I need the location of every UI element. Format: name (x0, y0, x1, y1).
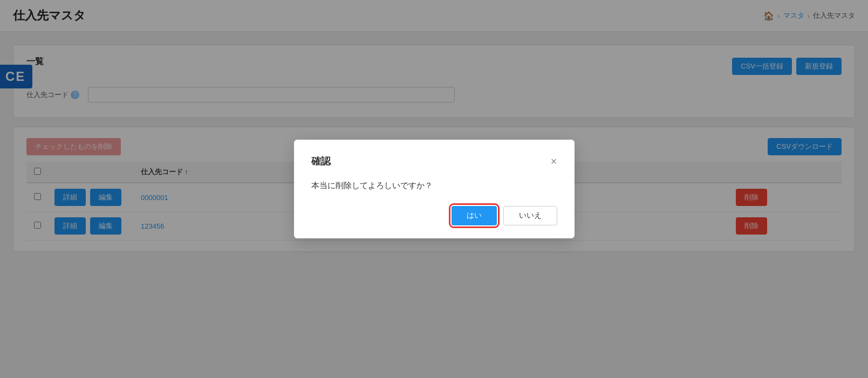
modal-footer: はい いいえ (311, 206, 557, 225)
confirm-modal: 確認 × 本当に削除してよろしいですか？ はい いいえ (294, 140, 575, 238)
modal-no-button[interactable]: いいえ (503, 206, 557, 225)
modal-close-button[interactable]: × (551, 156, 557, 167)
modal-yes-button[interactable]: はい (452, 206, 497, 225)
modal-title: 確認 (311, 155, 331, 168)
modal-header: 確認 × (311, 155, 557, 168)
modal-message: 本当に削除してよろしいですか？ (311, 181, 557, 191)
modal-overlay: 確認 × 本当に削除してよろしいですか？ はい いいえ (0, 0, 868, 378)
